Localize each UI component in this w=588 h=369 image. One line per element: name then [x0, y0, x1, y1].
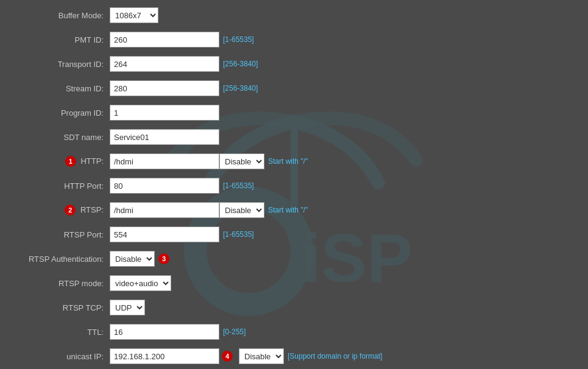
- rtsp-tcp-row: RTSP TCP: UDP TCP: [12, 298, 576, 317]
- program-id-label: Program ID:: [12, 108, 110, 118]
- http-badge: 1: [65, 156, 76, 167]
- sdt-name-input[interactable]: [110, 129, 219, 145]
- rtsp-tcp-select[interactable]: UDP TCP: [110, 300, 145, 315]
- pmt-id-label: PMT ID:: [12, 35, 110, 44]
- rtsp-port-range: [1-65535]: [223, 230, 254, 239]
- stream-id-input[interactable]: [110, 80, 219, 96]
- http-port-row: HTTP Port: [1-65535]: [12, 177, 576, 195]
- main-content: Buffer Mode: 1086x7 PMT ID: [1-65535] Tr…: [0, 0, 588, 369]
- http-input[interactable]: [110, 153, 219, 169]
- rtsp-mode-row: RTSP mode: video+audio video audio: [12, 274, 576, 292]
- unicast-ip-badge: 4: [222, 351, 233, 362]
- rtsp-input[interactable]: [110, 202, 219, 218]
- http-row: 1 HTTP: Disable Enable Start with "/": [12, 152, 576, 170]
- rtsp-port-row: RTSP Port: [1-65535]: [12, 225, 576, 244]
- rtsp-hint: Start with "/": [268, 206, 308, 214]
- pmt-id-input[interactable]: [110, 32, 219, 47]
- stream-id-row: Stream ID: [256-3840]: [12, 79, 576, 97]
- rtsp-row: 2 RTSP: Disable Enable Start with "/": [12, 201, 576, 219]
- http-label: 1 HTTP:: [12, 156, 110, 167]
- rtsp-badge: 2: [65, 205, 76, 216]
- transport-id-input[interactable]: [110, 56, 219, 72]
- stream-id-range: [256-3840]: [223, 84, 258, 93]
- rtsp-mode-select[interactable]: video+audio video audio: [110, 275, 171, 291]
- pmt-id-row: PMT ID: [1-65535]: [12, 30, 576, 49]
- rtsp-auth-label: RTSP Authentication:: [12, 255, 110, 264]
- buffer-mode-row: Buffer Mode: 1086x7: [12, 6, 576, 24]
- sdt-name-label: SDT name:: [12, 133, 110, 142]
- ttl-label: TTL:: [12, 328, 110, 337]
- unicast-ip-label: unicast IP:: [12, 352, 110, 361]
- ttl-range: [0-255]: [223, 328, 246, 336]
- unicast-ip-hint: [Support domain or ip format]: [288, 352, 382, 360]
- program-id-input[interactable]: [110, 105, 219, 121]
- http-port-range: [1-65535]: [223, 181, 254, 190]
- rtsp-auth-badge: 3: [158, 253, 169, 264]
- rtsp-port-label: RTSP Port:: [12, 230, 110, 239]
- buffer-mode-label: Buffer Mode:: [12, 11, 110, 20]
- transport-id-row: Transport ID: [256-3840]: [12, 55, 576, 73]
- buffer-mode-select[interactable]: 1086x7: [110, 7, 158, 23]
- http-select[interactable]: Disable Enable: [219, 153, 264, 169]
- unicast-ip-select[interactable]: Disable Enable: [239, 348, 284, 364]
- rtsp-select[interactable]: Disable Enable: [219, 202, 264, 218]
- rtsp-port-input[interactable]: [110, 227, 219, 242]
- rtsp-auth-select[interactable]: Disable Enable: [110, 251, 155, 267]
- ttl-row: TTL: [0-255]: [12, 323, 576, 341]
- ttl-input[interactable]: [110, 324, 219, 340]
- unicast-ip-input[interactable]: [110, 348, 219, 364]
- rtsp-auth-row: RTSP Authentication: Disable Enable 3: [12, 250, 576, 268]
- http-hint: Start with "/": [268, 157, 308, 166]
- pmt-id-range: [1-65535]: [223, 35, 254, 44]
- transport-id-range: [256-3840]: [223, 60, 258, 68]
- transport-id-label: Transport ID:: [12, 60, 110, 69]
- sdt-name-row: SDT name:: [12, 128, 576, 146]
- rtsp-mode-label: RTSP mode:: [12, 279, 110, 288]
- unicast-ip-row: unicast IP: 4 Disable Enable [Support do…: [12, 347, 576, 365]
- rtsp-label: 2 RTSP:: [12, 205, 110, 216]
- stream-id-label: Stream ID:: [12, 84, 110, 93]
- program-id-row: Program ID:: [12, 104, 576, 122]
- http-port-label: HTTP Port:: [12, 181, 110, 191]
- http-port-input[interactable]: [110, 178, 219, 194]
- rtsp-tcp-label: RTSP TCP:: [12, 303, 110, 312]
